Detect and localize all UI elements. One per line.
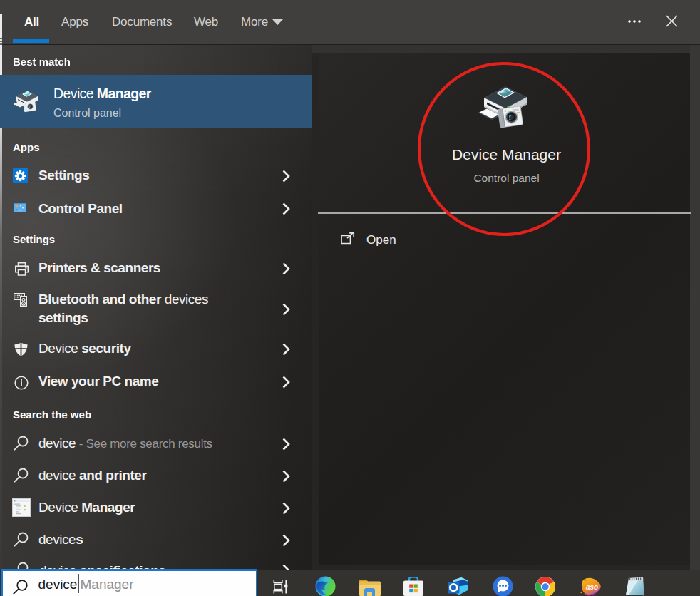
svg-text:aso: aso (586, 583, 598, 591)
